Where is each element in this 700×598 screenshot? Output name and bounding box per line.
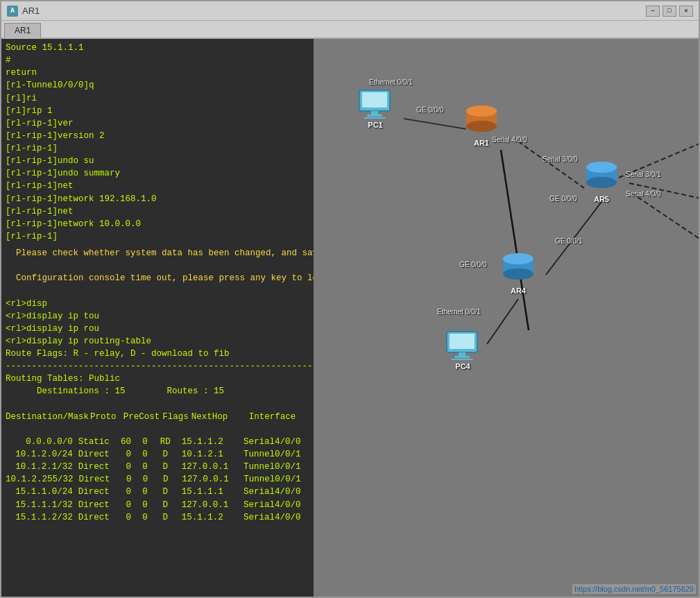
node-ar5-label: AR5 <box>594 195 609 203</box>
term-cmd-3: <rl>display ip rou <box>6 323 309 335</box>
svg-rect-9 <box>362 92 387 108</box>
node-pc4-label: PC4 <box>455 362 470 370</box>
term-line-13: [rl-rip-1]network 192.168.1.0 <box>6 193 309 205</box>
term-line-2: # <box>6 54 309 67</box>
ar4-icon <box>500 250 537 285</box>
col-header-flags: Flags <box>162 411 189 423</box>
svg-point-20 <box>586 162 617 173</box>
node-pc1-label: PC1 <box>368 121 382 129</box>
port-label-ge000-ar1: GE 0/0/0 <box>416 106 443 114</box>
tab-bar: AR1 <box>1 21 699 39</box>
svg-point-23 <box>503 268 533 280</box>
term-line-10: [rl-rip-1]undo su <box>6 155 309 167</box>
watermark: https://blog.csdn.net/m0_56175629 <box>572 584 696 594</box>
table-row: 0.0.0.0/0 Static 60 0 RD 15.1.1.2 Serial… <box>6 436 309 448</box>
port-label-eth001: Ethernet 0/0/1 <box>369 78 413 86</box>
main-window: A AR1 ─ □ ✕ AR1 Source 15.1.1.1 # return… <box>0 0 700 598</box>
col-header-nexthop: NextHop <box>189 411 244 423</box>
pc1-icon <box>357 89 394 119</box>
svg-point-24 <box>503 253 533 264</box>
term-spacer2 <box>6 259 309 272</box>
term-line-9: [rl-rip-1] <box>6 142 309 155</box>
term-line-1: Source 15.1.1.1 <box>6 42 309 54</box>
port-label-serial400-ar1: Serial 4/0/0 <box>492 136 527 144</box>
term-line-15: [rl-rip-1]network 10.0.0.0 <box>6 218 309 230</box>
node-ar4: AR4 <box>500 250 537 295</box>
window-controls: ─ □ ✕ <box>646 6 693 17</box>
table-row: 15.1.1.2/32 Direct 0 0 D 15.1.1.2 Serial… <box>6 511 309 524</box>
port-label-eth001-pc4: Ethernet 0/0/1 <box>437 308 481 316</box>
port-label-serial300: Serial 3/0/0 <box>543 155 578 163</box>
term-cmd-2: <rl>display ip tou <box>6 310 309 323</box>
node-ar5: AR5 <box>583 159 620 203</box>
svg-rect-29 <box>451 359 473 360</box>
term-info-1: Please check whether system data has bee… <box>6 247 309 259</box>
term-line-4: [rl-Tunnel0/0/0]q <box>6 79 309 92</box>
table-header: Destination/Mask Proto Pre Cost Flags Ne… <box>6 411 309 423</box>
term-spacer4 <box>6 398 309 411</box>
svg-line-6 <box>487 299 518 344</box>
term-spacer5 <box>6 423 309 436</box>
node-pc1: PC1 <box>357 89 394 129</box>
port-label-ge000-ar5: GE 0/0/0 <box>549 195 577 203</box>
svg-rect-28 <box>454 356 470 358</box>
col-header-iface: Interface <box>244 411 309 423</box>
term-rt-header: Routing Tables: Public <box>6 373 309 385</box>
svg-point-19 <box>586 177 617 188</box>
term-rt-counts: Destinations : 15 Routes : 15 <box>6 385 309 398</box>
node-pc4: PC4 <box>444 330 481 370</box>
term-separator: ----------------------------------------… <box>6 360 309 373</box>
minimize-button[interactable]: ─ <box>646 6 660 17</box>
ar5-icon <box>583 159 620 194</box>
pc4-icon <box>444 330 481 361</box>
svg-rect-11 <box>367 114 382 117</box>
term-cmd-4: <rl>display ip routing-table <box>6 335 309 348</box>
term-line-6: [rl]rip 1 <box>6 105 309 117</box>
port-label-serial400-ar5: Serial 4/0/0 <box>626 190 661 198</box>
table-row: 15.1.1.0/24 Direct 0 0 D 15.1.1.1 Serial… <box>6 486 309 498</box>
svg-point-16 <box>466 105 497 117</box>
term-flags: Route Flags: R - relay, D - download to … <box>6 348 309 360</box>
port-label-ge000-ar4: GE 0/0/0 <box>459 261 486 268</box>
svg-rect-27 <box>459 352 466 356</box>
svg-rect-10 <box>371 111 378 114</box>
port-label-serial301: Serial 3/0/1 <box>626 171 661 178</box>
svg-line-4 <box>631 193 699 240</box>
col-header-pre: Pre <box>121 411 139 423</box>
node-ar1-label: AR1 <box>474 139 489 147</box>
table-row: 10.1.2.0/24 Direct 0 0 D 10.1.2.1 Tunnel… <box>6 448 309 461</box>
main-content: Source 15.1.1.1 # return [rl-Tunnel0/0/0… <box>1 39 699 597</box>
svg-line-1 <box>518 142 584 188</box>
term-info-2: Configuration console time out, please p… <box>6 272 309 284</box>
term-spacer3 <box>6 284 309 297</box>
svg-point-15 <box>466 121 497 132</box>
term-line-8: [rl-rip-1]version 2 <box>6 130 309 142</box>
port-label-ge001: GE 0/0/1 <box>555 237 582 245</box>
term-line-3: return <box>6 67 309 79</box>
window-title: AR1 <box>22 6 40 16</box>
term-cmd-1: <rl>disp <box>6 298 309 310</box>
title-bar: A AR1 ─ □ ✕ <box>1 1 699 21</box>
network-diagram: PC1 AR1 AR5 <box>314 39 699 597</box>
col-header-cost: Cost <box>139 411 162 423</box>
term-line-11: [rl-rip-1]undo summary <box>6 167 309 180</box>
col-header-proto: Proto <box>87 411 121 423</box>
term-line-16: [rl-rip-1] <box>6 230 309 243</box>
table-row: 10.1.2.255/32 Direct 0 0 D 127.0.0.1 Tun… <box>6 473 309 486</box>
svg-line-0 <box>404 119 466 129</box>
svg-rect-12 <box>364 117 386 119</box>
app-icon: A <box>7 6 18 17</box>
term-line-12: [rl-rip-1]net <box>6 180 309 192</box>
svg-rect-26 <box>450 334 475 349</box>
node-ar4-label: AR4 <box>511 287 526 295</box>
ar1-icon <box>463 103 500 137</box>
col-header-dest: Destination/Mask <box>6 411 87 423</box>
close-button[interactable]: ✕ <box>679 6 693 17</box>
table-row: 15.1.1.1/32 Direct 0 0 D 127.0.0.1 Seria… <box>6 499 309 511</box>
maximize-button[interactable]: □ <box>663 6 676 17</box>
term-line-5: [rl]ri <box>6 92 309 105</box>
table-row: 10.1.2.1/32 Direct 0 0 D 127.0.0.1 Tunne… <box>6 461 309 473</box>
terminal-pane[interactable]: Source 15.1.1.1 # return [rl-Tunnel0/0/0… <box>1 39 314 597</box>
tab-ar1[interactable]: AR1 <box>4 23 41 39</box>
term-line-7: [rl-rip-1]ver <box>6 117 309 130</box>
